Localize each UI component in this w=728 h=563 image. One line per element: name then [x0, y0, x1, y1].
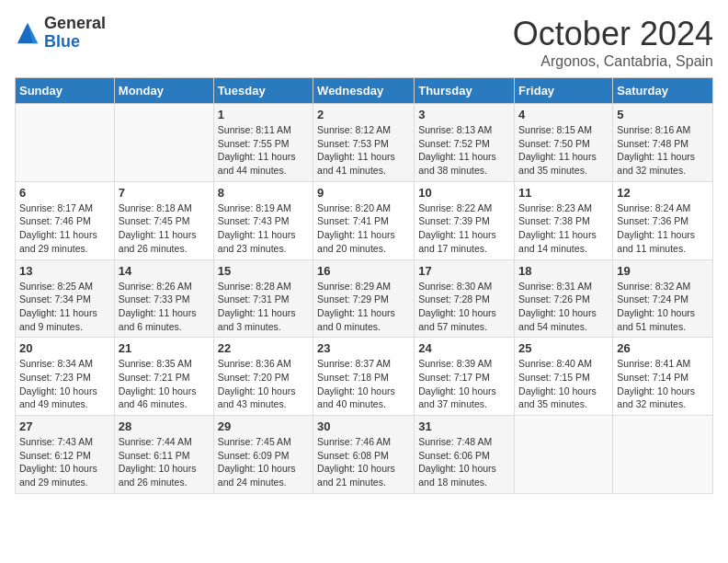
day-info: Sunrise: 8:36 AM Sunset: 7:20 PM Dayligh… [218, 357, 309, 411]
calendar-cell: 8Sunrise: 8:19 AM Sunset: 7:43 PM Daylig… [213, 181, 313, 259]
logo: General Blue [15, 15, 106, 52]
title-block: October 2024 Argonos, Cantabria, Spain [513, 15, 713, 70]
day-info: Sunrise: 8:35 AM Sunset: 7:21 PM Dayligh… [119, 357, 210, 411]
day-info: Sunrise: 8:11 AM Sunset: 7:55 PM Dayligh… [218, 123, 309, 178]
day-info: Sunrise: 8:20 AM Sunset: 7:41 PM Dayligh… [317, 201, 410, 256]
day-info: Sunrise: 8:13 AM Sunset: 7:52 PM Dayligh… [418, 123, 510, 178]
calendar-cell: 24Sunrise: 8:39 AM Sunset: 7:17 PM Dayli… [415, 338, 515, 416]
calendar-day-header: Thursday [415, 78, 515, 104]
day-info: Sunrise: 8:15 AM Sunset: 7:50 PM Dayligh… [518, 123, 609, 178]
calendar-day-header: Friday [515, 78, 613, 104]
day-number: 21 [119, 341, 210, 355]
calendar-cell: 7Sunrise: 8:18 AM Sunset: 7:45 PM Daylig… [114, 181, 213, 259]
day-info: Sunrise: 8:30 AM Sunset: 7:28 PM Dayligh… [418, 280, 510, 334]
day-number: 29 [218, 419, 309, 433]
day-info: Sunrise: 8:32 AM Sunset: 7:24 PM Dayligh… [617, 280, 709, 334]
day-info: Sunrise: 7:43 AM Sunset: 6:12 PM Dayligh… [19, 435, 110, 489]
calendar-cell: 14Sunrise: 8:26 AM Sunset: 7:33 PM Dayli… [114, 259, 213, 338]
calendar-day-header: Saturday [613, 78, 713, 104]
calendar-cell: 27Sunrise: 7:43 AM Sunset: 6:12 PM Dayli… [16, 416, 115, 494]
day-number: 12 [617, 186, 709, 200]
location: Argonos, Cantabria, Spain [513, 53, 713, 70]
calendar-day-header: Wednesday [313, 78, 415, 104]
day-number: 1 [218, 108, 309, 121]
day-number: 3 [418, 108, 510, 121]
day-number: 13 [19, 264, 110, 278]
day-info: Sunrise: 8:40 AM Sunset: 7:15 PM Dayligh… [518, 357, 609, 411]
calendar-cell: 13Sunrise: 8:25 AM Sunset: 7:34 PM Dayli… [16, 259, 115, 338]
calendar-week-row: 20Sunrise: 8:34 AM Sunset: 7:23 PM Dayli… [16, 338, 713, 416]
calendar-header-row: SundayMondayTuesdayWednesdayThursdayFrid… [16, 78, 713, 104]
day-number: 15 [218, 264, 309, 278]
calendar-day-header: Sunday [16, 78, 115, 104]
calendar-cell [114, 104, 213, 182]
day-number: 17 [418, 264, 510, 278]
day-number: 31 [418, 419, 510, 433]
day-info: Sunrise: 8:19 AM Sunset: 7:43 PM Dayligh… [218, 201, 309, 256]
day-info: Sunrise: 8:34 AM Sunset: 7:23 PM Dayligh… [19, 357, 110, 411]
day-info: Sunrise: 7:45 AM Sunset: 6:09 PM Dayligh… [218, 435, 309, 489]
calendar-table: SundayMondayTuesdayWednesdayThursdayFrid… [15, 77, 713, 494]
day-number: 28 [119, 419, 210, 433]
day-info: Sunrise: 8:39 AM Sunset: 7:17 PM Dayligh… [418, 357, 510, 411]
day-number: 4 [518, 108, 609, 121]
calendar-cell: 21Sunrise: 8:35 AM Sunset: 7:21 PM Dayli… [114, 338, 213, 416]
calendar-cell: 16Sunrise: 8:29 AM Sunset: 7:29 PM Dayli… [313, 259, 415, 338]
calendar-body: 1Sunrise: 8:11 AM Sunset: 7:55 PM Daylig… [16, 104, 713, 494]
logo-blue-text: Blue [44, 33, 106, 52]
calendar-day-header: Monday [114, 78, 213, 104]
calendar-cell: 20Sunrise: 8:34 AM Sunset: 7:23 PM Dayli… [16, 338, 115, 416]
calendar-week-row: 6Sunrise: 8:17 AM Sunset: 7:46 PM Daylig… [16, 181, 713, 259]
day-number: 23 [317, 341, 410, 355]
day-number: 11 [518, 186, 609, 200]
calendar-cell: 29Sunrise: 7:45 AM Sunset: 6:09 PM Dayli… [213, 416, 313, 494]
day-info: Sunrise: 8:31 AM Sunset: 7:26 PM Dayligh… [518, 280, 609, 334]
calendar-cell [515, 416, 613, 494]
day-number: 8 [218, 186, 309, 200]
day-number: 24 [418, 341, 510, 355]
day-number: 5 [617, 108, 709, 121]
calendar-cell [16, 104, 115, 182]
calendar-cell: 11Sunrise: 8:23 AM Sunset: 7:38 PM Dayli… [515, 181, 613, 259]
calendar-cell: 17Sunrise: 8:30 AM Sunset: 7:28 PM Dayli… [415, 259, 515, 338]
day-number: 16 [317, 264, 410, 278]
day-info: Sunrise: 8:12 AM Sunset: 7:53 PM Dayligh… [317, 123, 410, 178]
calendar-cell: 9Sunrise: 8:20 AM Sunset: 7:41 PM Daylig… [313, 181, 415, 259]
calendar-week-row: 27Sunrise: 7:43 AM Sunset: 6:12 PM Dayli… [16, 416, 713, 494]
day-info: Sunrise: 8:41 AM Sunset: 7:14 PM Dayligh… [617, 357, 709, 411]
day-info: Sunrise: 8:16 AM Sunset: 7:48 PM Dayligh… [617, 123, 709, 178]
day-number: 7 [119, 186, 210, 200]
day-number: 18 [518, 264, 609, 278]
calendar-cell: 2Sunrise: 8:12 AM Sunset: 7:53 PM Daylig… [313, 104, 415, 182]
calendar-cell: 25Sunrise: 8:40 AM Sunset: 7:15 PM Dayli… [515, 338, 613, 416]
day-info: Sunrise: 7:48 AM Sunset: 6:06 PM Dayligh… [418, 435, 510, 489]
day-info: Sunrise: 8:23 AM Sunset: 7:38 PM Dayligh… [518, 201, 609, 256]
calendar-cell: 31Sunrise: 7:48 AM Sunset: 6:06 PM Dayli… [415, 416, 515, 494]
day-number: 25 [518, 341, 609, 355]
calendar-cell: 3Sunrise: 8:13 AM Sunset: 7:52 PM Daylig… [415, 104, 515, 182]
day-number: 9 [317, 186, 410, 200]
logo-general-text: General [44, 15, 106, 33]
page-header: General Blue October 2024 Argonos, Canta… [15, 15, 713, 70]
calendar-cell: 10Sunrise: 8:22 AM Sunset: 7:39 PM Dayli… [415, 181, 515, 259]
day-info: Sunrise: 8:29 AM Sunset: 7:29 PM Dayligh… [317, 280, 410, 334]
day-info: Sunrise: 8:18 AM Sunset: 7:45 PM Dayligh… [119, 201, 210, 256]
day-number: 2 [317, 108, 410, 121]
calendar-cell [613, 416, 713, 494]
calendar-cell: 5Sunrise: 8:16 AM Sunset: 7:48 PM Daylig… [613, 104, 713, 182]
calendar-cell: 4Sunrise: 8:15 AM Sunset: 7:50 PM Daylig… [515, 104, 613, 182]
calendar-cell: 19Sunrise: 8:32 AM Sunset: 7:24 PM Dayli… [613, 259, 713, 338]
calendar-cell: 30Sunrise: 7:46 AM Sunset: 6:08 PM Dayli… [313, 416, 415, 494]
calendar-cell: 23Sunrise: 8:37 AM Sunset: 7:18 PM Dayli… [313, 338, 415, 416]
day-info: Sunrise: 8:22 AM Sunset: 7:39 PM Dayligh… [418, 201, 510, 256]
day-number: 26 [617, 341, 709, 355]
calendar-cell: 12Sunrise: 8:24 AM Sunset: 7:36 PM Dayli… [613, 181, 713, 259]
month-title: October 2024 [513, 15, 713, 53]
day-info: Sunrise: 8:26 AM Sunset: 7:33 PM Dayligh… [119, 280, 210, 334]
day-info: Sunrise: 7:46 AM Sunset: 6:08 PM Dayligh… [317, 435, 410, 489]
day-info: Sunrise: 8:17 AM Sunset: 7:46 PM Dayligh… [19, 201, 110, 256]
calendar-cell: 15Sunrise: 8:28 AM Sunset: 7:31 PM Dayli… [213, 259, 313, 338]
day-info: Sunrise: 8:25 AM Sunset: 7:34 PM Dayligh… [19, 280, 110, 334]
day-number: 30 [317, 419, 410, 433]
day-info: Sunrise: 8:24 AM Sunset: 7:36 PM Dayligh… [617, 201, 709, 256]
